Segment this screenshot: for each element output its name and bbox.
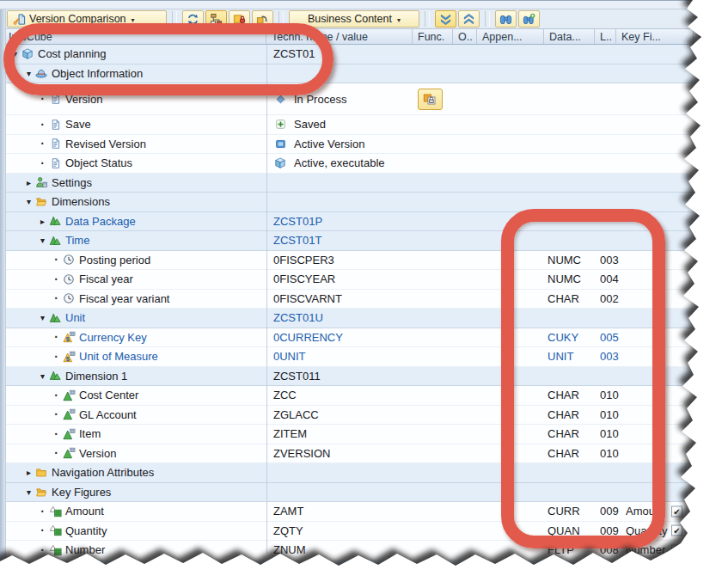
column-header-c[interactable]: C... — [694, 29, 722, 44]
column-header-label: Techn. name / value — [272, 31, 368, 43]
row-label[interactable]: Key Figures — [52, 486, 111, 499]
column-header-length[interactable]: L.. — [595, 29, 616, 44]
transport-button[interactable] — [252, 10, 273, 28]
find-button[interactable] — [495, 10, 517, 28]
column-header-append[interactable]: Appen... — [477, 29, 544, 44]
row-label[interactable]: Item — [79, 427, 101, 440]
tree-row[interactable]: ·GL AccountZGLACCCHAR010 — [6, 406, 722, 426]
row-label[interactable]: Save — [65, 118, 91, 131]
checkbox[interactable]: ✔ — [671, 544, 682, 555]
tree-row[interactable]: ·VersionZVERSIONCHAR010 — [6, 444, 722, 464]
row-label[interactable]: Version — [65, 93, 102, 106]
row-label[interactable]: Cost Center — [79, 389, 138, 401]
tree-row[interactable]: ▸Navigation Attributes — [6, 463, 722, 483]
expand-arrow-icon[interactable]: ▾ — [37, 236, 48, 245]
expand-arrow-icon[interactable]: ▾ — [23, 69, 34, 78]
tree-cell: ·Number — [6, 541, 105, 560]
checkbox[interactable]: ✔ — [671, 505, 682, 517]
row-label[interactable]: Fiscal year variant — [79, 292, 169, 305]
expand-arrow-icon[interactable]: ▾ — [23, 487, 34, 497]
tree-row[interactable]: ·AmountZAMTCURR009Amount✔ — [6, 502, 722, 522]
row-label[interactable]: Unit of Measure — [79, 350, 158, 363]
row-label[interactable]: Fiscal year — [79, 273, 133, 285]
tree-row[interactable]: ·Object StatusActive, executable — [6, 154, 722, 174]
tree-row[interactable]: ·Revised VersionActive Version — [6, 135, 722, 155]
column-header-key-figure[interactable]: Key Fi... — [616, 29, 694, 44]
status-text: Saved — [294, 118, 326, 131]
column-header-infocube[interactable]: InfoCube — [6, 29, 266, 44]
expand-arrow-icon[interactable]: ▸ — [37, 217, 48, 226]
row-label[interactable]: Dimension 1 — [65, 370, 127, 383]
expand-all-button[interactable] — [435, 10, 456, 28]
row-label[interactable]: Posting period — [79, 254, 150, 266]
column-header-technical-name[interactable]: Techn. name / value — [266, 29, 413, 44]
tree-cell: ·$Currency Key — [6, 328, 147, 347]
row-label[interactable]: Version — [79, 447, 116, 460]
expand-arrow-icon[interactable]: ▾ — [9, 49, 21, 58]
toolbar-separator — [278, 11, 284, 27]
business-content-button[interactable]: Business Content ▾ — [289, 10, 419, 28]
tree-row[interactable]: ▾TimeZCST01T — [6, 231, 722, 251]
row-label[interactable]: Amount — [65, 505, 104, 518]
expand-arrow-icon[interactable]: ▾ — [23, 197, 34, 206]
length-value: 002 — [600, 290, 619, 309]
refresh-button[interactable] — [182, 10, 204, 28]
row-label[interactable]: Navigation Attributes — [52, 466, 154, 479]
tree-row[interactable]: ·Fiscal year variant0FISCVARNTCHAR002 — [6, 290, 722, 309]
tree-row[interactable]: ·$Unit of Measure0UNITUNIT003 — [6, 347, 722, 367]
tree-row[interactable]: ·Posting period0FISCPER3NUMC003 — [6, 251, 722, 271]
tree-row[interactable]: ·ItemZITEMCHAR010 — [6, 425, 722, 444]
tree-row[interactable]: ▾Dimension 1ZCST011 — [6, 367, 722, 387]
row-label[interactable]: Number — [65, 543, 105, 556]
row-label[interactable]: Object Status — [65, 156, 132, 169]
collapse-all-button[interactable] — [458, 10, 480, 28]
tree-row[interactable]: ▾Cost planningZCST01 — [6, 45, 722, 64]
row-label[interactable]: Settings — [52, 176, 92, 189]
column-header-function[interactable]: Func. — [413, 29, 453, 44]
find-next-button[interactable] — [518, 10, 540, 28]
row-label[interactable]: Quantity — [65, 524, 107, 537]
expand-arrow-icon[interactable]: ▾ — [37, 313, 48, 322]
data-type: CHAR — [548, 290, 579, 309]
tree-row[interactable]: ▸Settings — [6, 174, 722, 193]
tree-row[interactable]: ·VersionIn Process — [6, 83, 722, 115]
lock-unlock-button[interactable] — [418, 89, 443, 110]
version-comparison-button[interactable]: Version Comparison ▾ — [7, 10, 167, 28]
tree-cell: ▾Dimensions — [6, 193, 110, 211]
column-header-data-type[interactable]: Data... — [544, 29, 595, 44]
double-chevron-down-icon — [439, 13, 452, 26]
binoculars-plus-icon — [523, 13, 535, 26]
row-label[interactable]: Time — [65, 234, 89, 247]
row-label[interactable]: Revised Version — [65, 138, 146, 150]
checkbox[interactable]: ✔ — [671, 525, 682, 536]
row-label[interactable]: Currency Key — [79, 331, 147, 344]
tree-row[interactable]: ▾Key Figures — [6, 483, 722, 503]
expand-arrow-icon[interactable]: ▸ — [23, 178, 34, 187]
column-header-o[interactable]: O.. — [453, 29, 477, 44]
tree-row[interactable]: ▾UnitZCST01U — [6, 309, 722, 328]
tree-row[interactable]: ▾Object Information — [6, 64, 722, 84]
row-label[interactable]: Unit — [65, 311, 85, 324]
data-type: CUKY — [548, 328, 578, 347]
tree-row[interactable]: ·Cost CenterZCCCHAR010 — [6, 386, 722, 406]
tree-cell: ·Fiscal year — [6, 270, 133, 289]
tree-row[interactable]: ·NumberZNUMFLTP008Number✔ — [6, 541, 722, 560]
active-icon — [273, 138, 287, 150]
row-label[interactable]: Dimensions — [52, 195, 110, 208]
keyfig-icon — [48, 505, 62, 518]
row-label[interactable]: Object Information — [52, 67, 143, 80]
tree-row[interactable]: ▾Dimensions — [6, 193, 722, 212]
tree-row[interactable]: ·QuantityZQTYQUAN009Quantity✔ — [6, 522, 722, 542]
lock-transport-button[interactable] — [229, 10, 250, 28]
hierarchy-button[interactable] — [205, 10, 227, 28]
row-label[interactable]: Cost planning — [38, 47, 107, 60]
row-label[interactable]: Data Package — [65, 215, 136, 228]
expand-arrow-icon[interactable]: ▾ — [37, 371, 48, 381]
tree-row[interactable]: ·$Currency Key0CURRENCYCUKY005 — [6, 328, 722, 348]
row-label[interactable]: GL Account — [79, 408, 137, 421]
tree-row[interactable]: ·Fiscal year0FISCYEARNUMC004 — [6, 270, 722, 290]
expand-arrow-icon[interactable]: ▸ — [23, 468, 34, 477]
doc-icon — [48, 118, 62, 131]
tree-row[interactable]: ·SaveSaved — [6, 115, 722, 135]
tree-row[interactable]: ▸Data PackageZCST01P — [6, 212, 722, 232]
